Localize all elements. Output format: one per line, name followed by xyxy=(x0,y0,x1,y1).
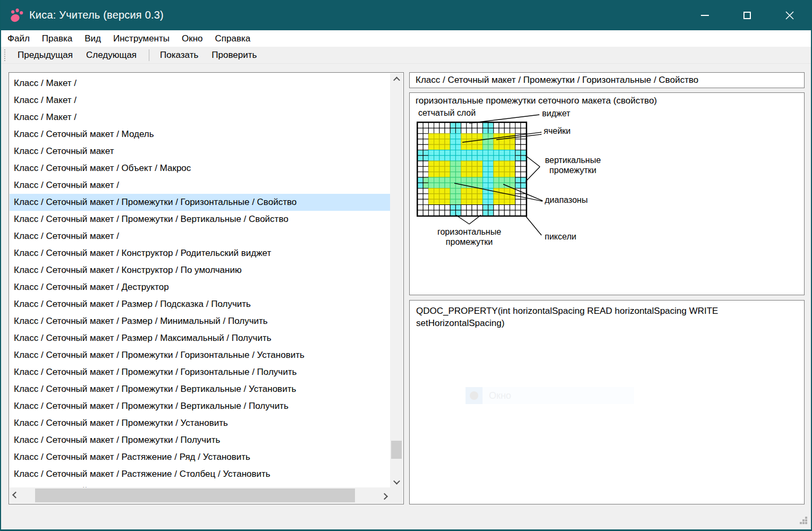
list-item[interactable]: Класс / Сеточный макет / Размер / Максим… xyxy=(10,330,390,347)
paw-icon xyxy=(10,8,24,22)
close-button[interactable] xyxy=(768,0,811,30)
toolbar-group-nav: ПредыдущаяСледующая xyxy=(12,48,144,62)
window-title: Киса: Учитель (версия 0.3) xyxy=(29,9,164,21)
class-list-panel: Класс / Макет /Класс / Макет /Класс / Ма… xyxy=(9,72,404,504)
scrollbar-corner xyxy=(390,487,403,503)
minimize-icon xyxy=(701,15,709,16)
scroll-down-button[interactable] xyxy=(390,476,403,487)
label-cells: ячейки xyxy=(544,126,571,136)
chevron-right-icon xyxy=(381,493,388,500)
list-item[interactable]: Класс / Сеточный макет / Промежутки / Го… xyxy=(10,364,390,381)
chevron-up-icon xyxy=(393,76,400,83)
toolbar-button[interactable]: Следующая xyxy=(80,48,142,62)
toolbar: ПредыдущаяСледующая ПоказатьПроверить xyxy=(1,47,811,64)
maximize-button[interactable] xyxy=(726,0,768,30)
toolbar-button[interactable]: Показать xyxy=(154,48,204,62)
list-item[interactable]: Класс / Сеточный макет / Размер / Минима… xyxy=(10,313,390,330)
menu-item[interactable]: Файл xyxy=(2,32,35,46)
toolbar-gripper-icon[interactable] xyxy=(4,49,5,61)
list-item[interactable]: Класс / Макет / xyxy=(10,92,390,109)
list-item[interactable]: Класс / Сеточный макет / Промежутки / Ве… xyxy=(10,398,390,415)
list-item[interactable]: Класс / Сеточный макет / xyxy=(10,177,390,194)
list-item[interactable]: Класс / Макет / xyxy=(10,109,390,126)
doc-text: QDOC_PROPERTY(int horizontalSpacing READ… xyxy=(410,301,787,335)
horizontal-scrollbar-thumb[interactable] xyxy=(35,489,355,502)
list-item[interactable]: Класс / Сеточный макет / Промежутки / Ус… xyxy=(10,415,390,432)
scroll-left-button[interactable] xyxy=(10,487,21,503)
doc-panel: QDOC_PROPERTY(int horizontalSpacing READ… xyxy=(409,300,805,504)
toolbar-separator xyxy=(149,49,149,61)
label-vertical-spacing: вертикальные промежутки xyxy=(537,156,608,176)
ghost-window-overlay: Окно xyxy=(466,387,634,404)
toolbar-group-actions: ПоказатьПроверить xyxy=(154,48,264,62)
list-item[interactable]: Класс / Сеточный макет / Промежутки / Го… xyxy=(10,347,390,364)
menu-item[interactable]: Инструменты xyxy=(108,32,175,46)
menu-item[interactable]: Окно xyxy=(176,32,208,46)
chevron-left-icon xyxy=(12,491,19,498)
diagram-panel: горизонтальные промежутки сеточного маке… xyxy=(409,92,805,295)
toolbar-button[interactable]: Проверить xyxy=(206,48,263,62)
scroll-right-button[interactable] xyxy=(378,487,390,503)
label-horizontal-spacing: горизонтальные промежутки xyxy=(429,227,509,247)
ghost-window-icon xyxy=(466,387,483,404)
chevron-down-icon xyxy=(393,477,400,484)
list-item[interactable]: Класс / Сеточный макет / Размер / Подска… xyxy=(10,296,390,313)
circle-icon xyxy=(470,391,478,400)
label-pixels: пиксели xyxy=(545,232,576,242)
ghost-window-label: Окно xyxy=(489,390,511,401)
path-title: Класс / Сеточный макет / Промежутки / Го… xyxy=(410,73,804,87)
horizontal-scrollbar[interactable] xyxy=(10,487,390,503)
toolbar-button[interactable]: Предыдущая xyxy=(12,48,79,62)
list-item[interactable]: Класс / Сеточный макет / Растяжение / Ря… xyxy=(10,449,390,466)
menu-item[interactable]: Справка xyxy=(210,32,256,46)
list-item[interactable]: Класс / Сеточный макет / Объект / Макрос xyxy=(10,160,390,177)
class-list: Класс / Макет /Класс / Макет /Класс / Ма… xyxy=(10,73,390,487)
label-grid-layer: сетчатый слой xyxy=(418,108,476,118)
menu-item[interactable]: Вид xyxy=(79,32,106,46)
list-item[interactable]: Класс / Сеточный макет / Промежутки / По… xyxy=(10,432,390,449)
title-bar: Киса: Учитель (версия 0.3) xyxy=(1,0,811,30)
label-widget: виджет xyxy=(542,109,570,119)
list-item[interactable]: Класс / Сеточный макет / Конструктор / Р… xyxy=(10,245,390,262)
app-window: Киса: Учитель (версия 0.3) ФайлПравкаВид… xyxy=(0,0,812,531)
list-item[interactable]: Класс / Сеточный макет / Растяжение / Ст… xyxy=(10,466,390,483)
label-spans: диапазоны xyxy=(545,195,588,205)
list-item[interactable]: Класс / Макет / xyxy=(10,75,390,92)
vertical-scrollbar[interactable] xyxy=(390,73,403,487)
diagram-title: горизонтальные промежутки сеточного маке… xyxy=(416,96,657,106)
resize-grip-icon[interactable] xyxy=(800,517,808,527)
list-item[interactable]: Класс / Сеточный макет / Промежутки / Ве… xyxy=(10,211,390,228)
menu-bar: ФайлПравкаВидИнструментыОкноСправка xyxy=(1,30,811,47)
main-area: Класс / Макет /Класс / Макет /Класс / Ма… xyxy=(1,64,811,529)
vertical-scrollbar-thumb[interactable] xyxy=(391,441,402,459)
list-item[interactable]: Класс / Сеточный макет / Промежутки / Го… xyxy=(10,194,390,211)
scroll-up-button[interactable] xyxy=(390,73,403,85)
minimize-button[interactable] xyxy=(683,0,726,30)
maximize-icon xyxy=(743,12,751,19)
list-item[interactable]: Класс / Сеточный макет / Модель xyxy=(10,126,390,143)
list-item[interactable]: Класс / Сеточный макет / Растяжение / Ря… xyxy=(10,483,390,487)
path-panel: Класс / Сеточный макет / Промежутки / Го… xyxy=(409,72,805,88)
menu-item[interactable]: Правка xyxy=(37,32,78,46)
close-icon xyxy=(785,11,794,20)
list-item[interactable]: Класс / Сеточный макет / Промежутки / Ве… xyxy=(10,381,390,398)
list-item[interactable]: Класс / Сеточный макет xyxy=(10,143,390,160)
list-item[interactable]: Класс / Сеточный макет / Конструктор / П… xyxy=(10,262,390,279)
list-item[interactable]: Класс / Сеточный макет / xyxy=(10,228,390,245)
diagram-svg xyxy=(410,93,804,295)
list-item[interactable]: Класс / Сеточный макет / Деструктор xyxy=(10,279,390,296)
